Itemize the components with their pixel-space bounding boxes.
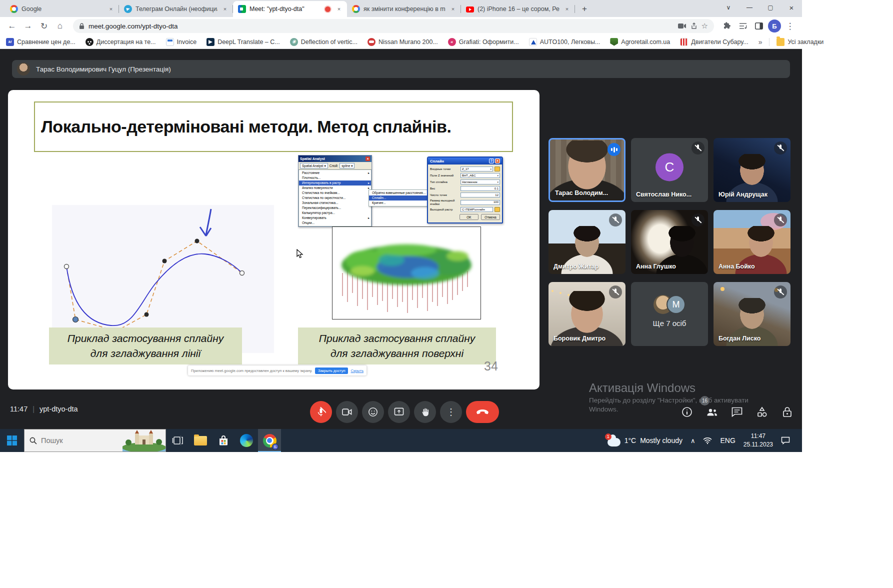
more-options-button[interactable]: ⋮ xyxy=(440,401,462,423)
mini-menu-item: Конвертировать xyxy=(299,216,371,220)
task-view-button[interactable] xyxy=(166,429,189,452)
chrome-icon-active[interactable]: Б xyxy=(258,429,281,452)
close-window-button[interactable]: × xyxy=(781,0,802,15)
participant-tile[interactable]: Тарас Володим... xyxy=(548,138,626,202)
lock-icon xyxy=(79,23,84,30)
raise-hand-button[interactable] xyxy=(414,401,436,423)
minimize-button[interactable]: — xyxy=(739,0,760,15)
reactions-button[interactable] xyxy=(362,401,384,423)
media-list-icon[interactable] xyxy=(736,19,750,33)
bookmark-star-icon[interactable]: ☆ xyxy=(702,22,708,30)
tab-close-icon[interactable]: × xyxy=(107,5,115,13)
reload-button[interactable]: ↻ xyxy=(37,19,51,33)
present-screen-button[interactable] xyxy=(388,401,410,423)
participant-tile[interactable]: Боровик Дмитро xyxy=(548,282,626,346)
leave-call-button[interactable] xyxy=(466,401,499,423)
mic-muted-icon xyxy=(692,142,704,154)
camera-in-use-icon[interactable] xyxy=(678,23,686,29)
action-center-icon[interactable] xyxy=(781,436,790,444)
tab-close-icon[interactable]: × xyxy=(221,5,229,13)
auto100-favicon-icon xyxy=(529,38,537,46)
microsoft-store-icon[interactable] xyxy=(212,429,235,452)
address-bar[interactable]: meet.google.com/ypt-dtyo-dta ☆ xyxy=(73,19,714,33)
dialog-field: C:\TEMP\сплайн xyxy=(460,207,493,212)
system-tray: 1 1°C Mostly cloudy ∧ ENG 11:47 25.11.20… xyxy=(608,432,802,450)
bookmark-item[interactable]: DeepL Translate – C... xyxy=(206,38,280,46)
participant-tile[interactable]: Юрій Андрущак xyxy=(714,138,790,202)
meeting-time: 11:47 xyxy=(10,405,28,413)
search-input[interactable] xyxy=(41,436,101,444)
bookmarks-bar: kiСравнение цен де... Диссертация на те.… xyxy=(0,35,802,49)
activities-panel-icon[interactable] xyxy=(756,406,768,418)
maximize-button[interactable]: ▢ xyxy=(760,0,781,15)
chatgpt-favicon-icon: ✳ xyxy=(290,38,298,46)
edge-icon[interactable] xyxy=(235,429,258,452)
bookmark-item[interactable]: ✳Deflection of vertic... xyxy=(290,38,358,46)
overflow-participants-tile[interactable]: M Ще 7 осіб xyxy=(631,282,708,346)
file-explorer-icon[interactable] xyxy=(189,429,212,452)
tab-youtube[interactable]: (2) iPhone 16 – це сором, Реко × xyxy=(461,1,575,17)
participant-tile[interactable]: С Святослав Нико... xyxy=(631,138,708,202)
meeting-info: 11:47 | ypt-dtyo-dta xyxy=(10,405,78,413)
tray-expand-chevron[interactable]: ∧ xyxy=(690,437,696,444)
tab-meet-help[interactable]: як змінити конференцію в mee × xyxy=(347,1,461,17)
tab-close-icon[interactable]: × xyxy=(449,5,457,13)
presenter-name: Тарас Володимирович Гуцул (Презентація) xyxy=(36,66,171,73)
taskbar-clock[interactable]: 11:47 25.11.2023 xyxy=(744,432,773,450)
participant-tile[interactable]: Анна Глушко xyxy=(631,210,708,274)
bookmark-item[interactable]: Двигатели Субару... xyxy=(680,38,748,46)
mini-submenu-item: Кригинг... xyxy=(369,200,432,206)
back-button[interactable]: ← xyxy=(5,19,19,33)
taskbar-search[interactable] xyxy=(24,429,166,452)
people-panel-icon[interactable] xyxy=(706,406,718,418)
tab-telegram[interactable]: Телеграм Онлайн (неофициаль × xyxy=(119,1,233,17)
caption-line-smoothing: Приклад застосування сплайнудля згладжув… xyxy=(49,328,242,364)
bookmark-item[interactable]: Agroretail.com.ua xyxy=(610,38,670,46)
tab-meet-active[interactable]: Meet: "ypt-dtyo-dta" × xyxy=(233,1,347,17)
share-icon[interactable] xyxy=(690,22,698,30)
extensions-icon[interactable] xyxy=(720,19,734,33)
new-tab-button[interactable]: + xyxy=(578,2,591,16)
tab-close-icon[interactable]: × xyxy=(563,5,571,13)
url-text: meet.google.com/ypt-dtyo-dta xyxy=(88,22,178,30)
tab-title: Google xyxy=(22,6,104,12)
bookmark-item[interactable]: kiСравнение цен де... xyxy=(6,38,76,46)
mic-toggle-button-muted[interactable] xyxy=(310,401,332,423)
meeting-details-icon[interactable] xyxy=(681,406,693,418)
presentation-tile[interactable]: Локально-детерміновані методи. Метод спл… xyxy=(8,90,540,390)
profile-avatar[interactable]: Б xyxy=(768,20,781,32)
wifi-icon[interactable] xyxy=(703,437,712,444)
participant-tile[interactable]: Дмитро Житар xyxy=(548,210,626,274)
bookmark-item[interactable]: «Grafiati: Оформити... xyxy=(448,38,519,46)
side-panel-icon[interactable] xyxy=(752,19,766,33)
participant-tile[interactable]: Богдан Лиско xyxy=(714,282,790,346)
tab-close-icon[interactable]: × xyxy=(335,5,343,13)
browser-menu-icon[interactable]: ⋮ xyxy=(783,19,797,33)
chat-panel-icon[interactable] xyxy=(731,406,743,418)
bookmark-item[interactable]: AUTO100, Легковы... xyxy=(529,38,600,46)
dialog-field: Натяжение▾ xyxy=(460,180,500,184)
bookmark-item[interactable]: Invoice xyxy=(166,38,197,46)
language-indicator[interactable]: ENG xyxy=(720,436,735,444)
meeting-code: ypt-dtyo-dta xyxy=(40,405,78,413)
browser-toolbar: ← → ↻ ⌂ meet.google.com/ypt-dtyo-dta ☆ xyxy=(0,17,802,35)
host-controls-icon[interactable] xyxy=(781,406,793,418)
all-bookmarks-button[interactable]: Усі закладки xyxy=(776,38,824,46)
start-button[interactable] xyxy=(0,429,24,452)
tab-google[interactable]: Google × xyxy=(5,1,119,17)
bookmarks-overflow-chevron[interactable]: » xyxy=(758,38,762,46)
bookmark-item[interactable]: Диссертация на те... xyxy=(86,38,156,46)
mini-menu-item: Плотность... xyxy=(299,176,371,180)
camera-toggle-button[interactable] xyxy=(336,401,358,423)
weather-widget[interactable]: 1 1°C Mostly cloudy xyxy=(608,435,682,446)
windows-activation-title: Активація Windows xyxy=(589,381,696,395)
tab-search-icon[interactable]: ∨ xyxy=(718,0,739,15)
subaru-favicon-icon xyxy=(680,38,688,46)
participants-count-badge: 16 xyxy=(700,396,710,406)
participant-tile[interactable]: Анна Бойко xyxy=(714,210,790,274)
bookmark-item[interactable]: Nissan Murano 200... xyxy=(368,38,438,46)
home-button[interactable]: ⌂ xyxy=(53,19,67,33)
forward-button[interactable]: → xyxy=(21,19,35,33)
mic-muted-icon xyxy=(774,286,787,298)
price-compare-favicon-icon: ki xyxy=(6,38,14,46)
